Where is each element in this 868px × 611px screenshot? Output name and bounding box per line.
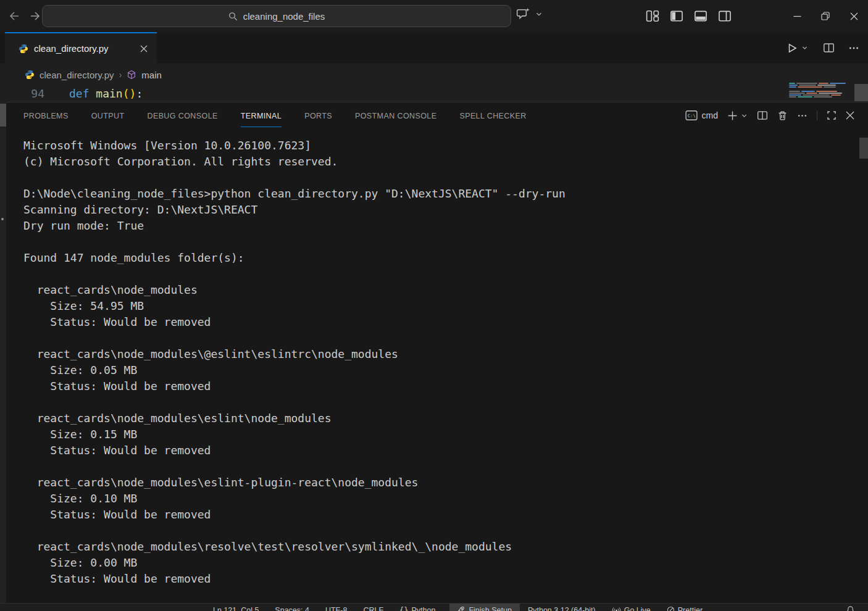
prettier-status[interactable]: Prettier (659, 604, 711, 611)
panel-header: PROBLEMS OUTPUT DEBUG CONSOLE TERMINAL P… (0, 102, 868, 128)
terminal-line: Size: 0.15 MB (23, 426, 859, 443)
more-actions-button[interactable] (848, 43, 859, 54)
split-editor-button[interactable] (823, 42, 835, 54)
breadcrumb-file[interactable]: clean_directory.py (40, 70, 114, 80)
tab-debug-console[interactable]: DEBUG CONSOLE (147, 104, 217, 127)
terminal-line: react_cards\node_modules\eslint\node_mod… (23, 410, 859, 426)
arrow-left-icon (7, 10, 19, 22)
finish-setup-label: Finish Setup (469, 606, 511, 611)
encoding[interactable]: UTF-8 (317, 604, 355, 611)
breadcrumb-separator: › (119, 70, 122, 80)
close-icon (140, 45, 148, 52)
customize-layout-icon (646, 9, 659, 23)
left-scrollbar-thumb[interactable] (0, 104, 6, 127)
go-live-button[interactable]: Go Live (604, 604, 659, 611)
circle-slash-icon (667, 606, 675, 611)
terminal-line: react_cards\node_modules\eslint-plugin-r… (23, 475, 859, 491)
terminal-line (23, 266, 859, 282)
shell-label: cmd (702, 110, 718, 120)
toggle-secondary-sidebar-button[interactable] (718, 9, 732, 23)
copilot-chat-button[interactable] (516, 7, 543, 21)
tab-problems[interactable]: PROBLEMS (23, 104, 69, 127)
language-mode[interactable]: {} Python (391, 604, 443, 611)
titlebar: cleaning_node_files (0, 0, 868, 32)
editor-scrollbar-thumb[interactable] (854, 84, 868, 101)
code-colon: : (136, 87, 143, 100)
run-icon (787, 43, 798, 54)
toggle-primary-sidebar-button[interactable] (670, 9, 683, 23)
chevron-down-icon (741, 112, 748, 119)
panel-more-actions-button[interactable] (797, 110, 807, 121)
cursor-position[interactable]: Ln 121, Col 5 (205, 604, 267, 611)
tab-clean-directory[interactable]: clean_directory.py (5, 32, 157, 64)
code-line: def main(): (69, 86, 143, 102)
plus-icon (727, 110, 738, 121)
kill-terminal-button[interactable] (777, 110, 788, 121)
status-bar: Ln 121, Col 5 Spaces: 4 UTF-8 CRLF {} Py… (0, 603, 868, 611)
customize-layout-button[interactable] (646, 9, 659, 23)
terminal-line: Status: Would be removed (23, 314, 859, 330)
python-icon (19, 44, 28, 54)
terminal-line: Status: Would be removed (23, 571, 859, 587)
symbol-method-icon (127, 70, 136, 80)
command-center-search[interactable]: cleaning_node_files (42, 5, 511, 27)
restore-button[interactable] (811, 0, 840, 32)
eol-sequence[interactable]: CRLF (355, 604, 391, 611)
terminal-line (23, 170, 859, 186)
broadcast-icon (612, 607, 621, 611)
split-editor-icon (823, 42, 835, 54)
svg-text:C:\: C:\ (687, 113, 695, 118)
panel-bottom-icon (694, 9, 707, 23)
tab-close-button[interactable] (137, 42, 151, 56)
finish-setup-button[interactable]: Finish Setup (449, 604, 519, 611)
maximize-panel-button[interactable] (827, 110, 837, 120)
restore-icon (821, 12, 830, 20)
tab-postman-console[interactable]: POSTMAN CONSOLE (355, 104, 436, 127)
close-window-button[interactable] (840, 0, 868, 32)
terminal-line (23, 234, 859, 250)
toggle-panel-button[interactable] (694, 9, 707, 23)
terminal-shell-selector[interactable]: C:\ cmd (685, 110, 718, 121)
code-keyword: def (69, 87, 90, 100)
layout-controls (646, 9, 732, 23)
terminal-scrollbar-thumb[interactable] (859, 138, 868, 159)
tab-output[interactable]: OUTPUT (91, 104, 125, 127)
arrow-right-icon (30, 10, 43, 22)
breadcrumb-symbol[interactable]: main (141, 70, 162, 80)
close-icon (850, 12, 858, 20)
notifications-button[interactable] (838, 604, 863, 611)
new-terminal-button[interactable] (727, 110, 748, 121)
split-terminal-button[interactable] (757, 110, 768, 121)
terminal-line: Microsoft Windows [Version 10.0.26100.76… (23, 138, 859, 154)
bell-icon (846, 605, 855, 611)
minimap[interactable] (789, 83, 851, 101)
back-button[interactable] (5, 8, 21, 24)
chevron-down-icon (535, 10, 543, 18)
editor-code-area[interactable]: 94 def main(): (0, 86, 868, 102)
indentation[interactable]: Spaces: 4 (267, 604, 317, 611)
tab-terminal[interactable]: TERMINAL (241, 104, 282, 127)
terminal-line: Size: 0.10 MB (23, 491, 859, 507)
minimize-button[interactable] (783, 0, 811, 32)
code-function: main (96, 87, 122, 100)
tab-spell-checker[interactable]: SPELL CHECKER (459, 104, 526, 127)
run-python-button[interactable] (787, 43, 808, 54)
python-interpreter[interactable]: Python 3.12 (64-bit) (520, 604, 604, 611)
terminal-line: Dry run mode: True (23, 218, 859, 234)
go-live-label: Go Live (624, 606, 651, 611)
terminal-line: Size: 0.05 MB (23, 362, 859, 378)
python-icon (25, 70, 35, 80)
breadcrumb: clean_directory.py › main (0, 64, 868, 86)
ellipsis-icon (848, 43, 859, 54)
split-terminal-icon (757, 110, 768, 121)
tab-ports[interactable]: PORTS (304, 104, 332, 127)
terminal-line (23, 459, 859, 475)
terminal-line: Found 147 node_modules folder(s): (23, 250, 859, 266)
terminal-line: react_cards\node_modules (23, 282, 859, 298)
terminal-output[interactable]: Microsoft Windows [Version 10.0.26100.76… (7, 128, 859, 597)
panel-actions: C:\ cmd (685, 102, 854, 128)
terminal-line: react_cards\node_modules\resolve\test\re… (23, 539, 859, 555)
rocket-icon (457, 606, 465, 611)
close-panel-button[interactable] (846, 111, 854, 120)
command-decoration-dot (1, 218, 4, 220)
